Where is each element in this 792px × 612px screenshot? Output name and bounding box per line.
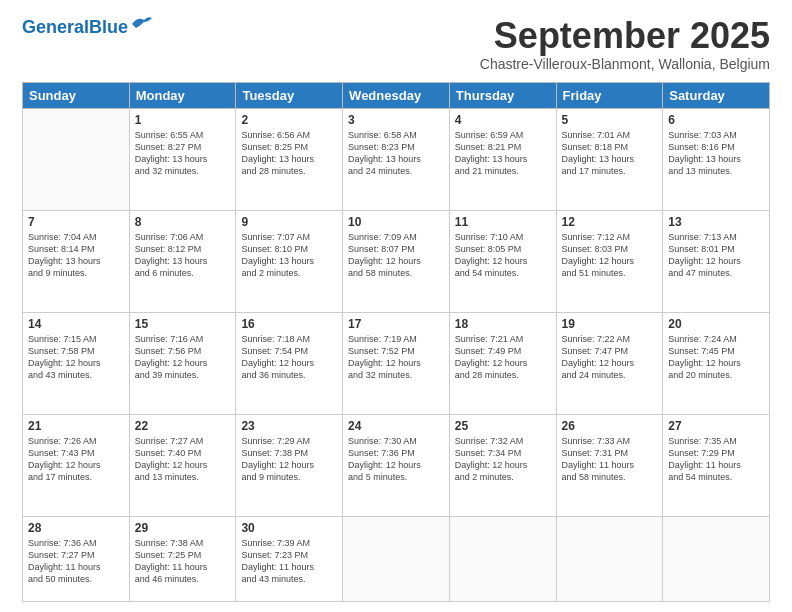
calendar-header-row: Sunday Monday Tuesday Wednesday Thursday…: [23, 83, 770, 109]
calendar-cell: 23Sunrise: 7:29 AM Sunset: 7:38 PM Dayli…: [236, 414, 343, 516]
day-info: Sunrise: 7:09 AM Sunset: 8:07 PM Dayligh…: [348, 231, 444, 280]
day-info: Sunrise: 7:06 AM Sunset: 8:12 PM Dayligh…: [135, 231, 231, 280]
location-subtitle: Chastre-Villeroux-Blanmont, Wallonia, Be…: [480, 56, 770, 72]
day-number: 17: [348, 317, 444, 331]
calendar-cell: [343, 516, 450, 601]
calendar-cell: [556, 516, 663, 601]
day-info: Sunrise: 7:36 AM Sunset: 7:27 PM Dayligh…: [28, 537, 124, 586]
calendar-cell: 13Sunrise: 7:13 AM Sunset: 8:01 PM Dayli…: [663, 210, 770, 312]
day-info: Sunrise: 6:59 AM Sunset: 8:21 PM Dayligh…: [455, 129, 551, 178]
calendar-cell: 14Sunrise: 7:15 AM Sunset: 7:58 PM Dayli…: [23, 312, 130, 414]
day-info: Sunrise: 7:03 AM Sunset: 8:16 PM Dayligh…: [668, 129, 764, 178]
calendar-week-row: 14Sunrise: 7:15 AM Sunset: 7:58 PM Dayli…: [23, 312, 770, 414]
day-info: Sunrise: 7:13 AM Sunset: 8:01 PM Dayligh…: [668, 231, 764, 280]
calendar-cell: 15Sunrise: 7:16 AM Sunset: 7:56 PM Dayli…: [129, 312, 236, 414]
day-number: 4: [455, 113, 551, 127]
calendar-cell: 28Sunrise: 7:36 AM Sunset: 7:27 PM Dayli…: [23, 516, 130, 601]
day-number: 20: [668, 317, 764, 331]
day-info: Sunrise: 7:33 AM Sunset: 7:31 PM Dayligh…: [562, 435, 658, 484]
day-number: 26: [562, 419, 658, 433]
day-info: Sunrise: 7:12 AM Sunset: 8:03 PM Dayligh…: [562, 231, 658, 280]
calendar-cell: 16Sunrise: 7:18 AM Sunset: 7:54 PM Dayli…: [236, 312, 343, 414]
day-number: 28: [28, 521, 124, 535]
calendar-cell: 22Sunrise: 7:27 AM Sunset: 7:40 PM Dayli…: [129, 414, 236, 516]
calendar-cell: 4Sunrise: 6:59 AM Sunset: 8:21 PM Daylig…: [449, 109, 556, 211]
calendar-cell: 27Sunrise: 7:35 AM Sunset: 7:29 PM Dayli…: [663, 414, 770, 516]
calendar-cell: 2Sunrise: 6:56 AM Sunset: 8:25 PM Daylig…: [236, 109, 343, 211]
day-number: 25: [455, 419, 551, 433]
day-number: 12: [562, 215, 658, 229]
day-number: 16: [241, 317, 337, 331]
calendar-cell: 30Sunrise: 7:39 AM Sunset: 7:23 PM Dayli…: [236, 516, 343, 601]
day-info: Sunrise: 7:24 AM Sunset: 7:45 PM Dayligh…: [668, 333, 764, 382]
day-number: 21: [28, 419, 124, 433]
calendar-cell: 20Sunrise: 7:24 AM Sunset: 7:45 PM Dayli…: [663, 312, 770, 414]
day-info: Sunrise: 7:30 AM Sunset: 7:36 PM Dayligh…: [348, 435, 444, 484]
calendar-week-row: 28Sunrise: 7:36 AM Sunset: 7:27 PM Dayli…: [23, 516, 770, 601]
day-info: Sunrise: 7:39 AM Sunset: 7:23 PM Dayligh…: [241, 537, 337, 586]
calendar-cell: 29Sunrise: 7:38 AM Sunset: 7:25 PM Dayli…: [129, 516, 236, 601]
col-wednesday: Wednesday: [343, 83, 450, 109]
logo-blue: Blue: [89, 17, 128, 37]
day-info: Sunrise: 7:10 AM Sunset: 8:05 PM Dayligh…: [455, 231, 551, 280]
day-number: 18: [455, 317, 551, 331]
day-info: Sunrise: 7:26 AM Sunset: 7:43 PM Dayligh…: [28, 435, 124, 484]
logo-general: General: [22, 17, 89, 37]
day-number: 11: [455, 215, 551, 229]
calendar-cell: 10Sunrise: 7:09 AM Sunset: 8:07 PM Dayli…: [343, 210, 450, 312]
day-info: Sunrise: 7:38 AM Sunset: 7:25 PM Dayligh…: [135, 537, 231, 586]
day-info: Sunrise: 6:58 AM Sunset: 8:23 PM Dayligh…: [348, 129, 444, 178]
day-info: Sunrise: 7:18 AM Sunset: 7:54 PM Dayligh…: [241, 333, 337, 382]
calendar-cell: 21Sunrise: 7:26 AM Sunset: 7:43 PM Dayli…: [23, 414, 130, 516]
calendar-cell: [663, 516, 770, 601]
calendar-cell: 17Sunrise: 7:19 AM Sunset: 7:52 PM Dayli…: [343, 312, 450, 414]
page: GeneralBlue September 2025 Chastre-Ville…: [0, 0, 792, 612]
calendar-week-row: 1Sunrise: 6:55 AM Sunset: 8:27 PM Daylig…: [23, 109, 770, 211]
day-number: 23: [241, 419, 337, 433]
calendar-cell: [449, 516, 556, 601]
day-info: Sunrise: 7:15 AM Sunset: 7:58 PM Dayligh…: [28, 333, 124, 382]
col-tuesday: Tuesday: [236, 83, 343, 109]
calendar-cell: 26Sunrise: 7:33 AM Sunset: 7:31 PM Dayli…: [556, 414, 663, 516]
day-number: 13: [668, 215, 764, 229]
header: GeneralBlue September 2025 Chastre-Ville…: [22, 18, 770, 72]
day-info: Sunrise: 7:35 AM Sunset: 7:29 PM Dayligh…: [668, 435, 764, 484]
day-number: 2: [241, 113, 337, 127]
title-block: September 2025 Chastre-Villeroux-Blanmon…: [480, 18, 770, 72]
day-info: Sunrise: 7:29 AM Sunset: 7:38 PM Dayligh…: [241, 435, 337, 484]
calendar-cell: 24Sunrise: 7:30 AM Sunset: 7:36 PM Dayli…: [343, 414, 450, 516]
day-number: 27: [668, 419, 764, 433]
calendar-cell: 3Sunrise: 6:58 AM Sunset: 8:23 PM Daylig…: [343, 109, 450, 211]
calendar-week-row: 7Sunrise: 7:04 AM Sunset: 8:14 PM Daylig…: [23, 210, 770, 312]
day-number: 6: [668, 113, 764, 127]
logo: GeneralBlue: [22, 18, 154, 36]
calendar-cell: 5Sunrise: 7:01 AM Sunset: 8:18 PM Daylig…: [556, 109, 663, 211]
col-monday: Monday: [129, 83, 236, 109]
calendar-cell: 12Sunrise: 7:12 AM Sunset: 8:03 PM Dayli…: [556, 210, 663, 312]
day-number: 3: [348, 113, 444, 127]
month-title: September 2025: [480, 18, 770, 54]
day-info: Sunrise: 7:22 AM Sunset: 7:47 PM Dayligh…: [562, 333, 658, 382]
day-info: Sunrise: 7:27 AM Sunset: 7:40 PM Dayligh…: [135, 435, 231, 484]
day-info: Sunrise: 6:56 AM Sunset: 8:25 PM Dayligh…: [241, 129, 337, 178]
day-number: 10: [348, 215, 444, 229]
day-number: 7: [28, 215, 124, 229]
day-number: 1: [135, 113, 231, 127]
day-info: Sunrise: 7:16 AM Sunset: 7:56 PM Dayligh…: [135, 333, 231, 382]
logo-bird-icon: [130, 14, 154, 32]
day-info: Sunrise: 7:32 AM Sunset: 7:34 PM Dayligh…: [455, 435, 551, 484]
col-saturday: Saturday: [663, 83, 770, 109]
logo-text: GeneralBlue: [22, 18, 128, 36]
col-thursday: Thursday: [449, 83, 556, 109]
day-number: 19: [562, 317, 658, 331]
day-number: 8: [135, 215, 231, 229]
day-number: 22: [135, 419, 231, 433]
day-info: Sunrise: 6:55 AM Sunset: 8:27 PM Dayligh…: [135, 129, 231, 178]
day-number: 14: [28, 317, 124, 331]
day-number: 9: [241, 215, 337, 229]
day-number: 15: [135, 317, 231, 331]
day-info: Sunrise: 7:21 AM Sunset: 7:49 PM Dayligh…: [455, 333, 551, 382]
calendar-cell: 8Sunrise: 7:06 AM Sunset: 8:12 PM Daylig…: [129, 210, 236, 312]
calendar-table: Sunday Monday Tuesday Wednesday Thursday…: [22, 82, 770, 602]
day-info: Sunrise: 7:04 AM Sunset: 8:14 PM Dayligh…: [28, 231, 124, 280]
